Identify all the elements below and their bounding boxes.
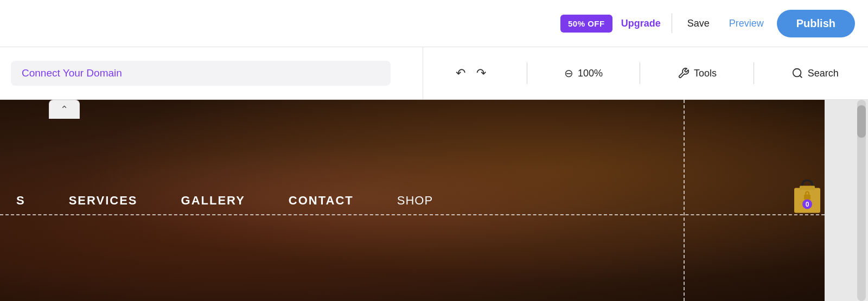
nav-item-gallery[interactable]: GALLERY xyxy=(181,194,245,208)
tools-icon xyxy=(678,67,690,79)
zoom-control[interactable]: ⊖ 100% xyxy=(564,67,603,80)
nav-bar: S SERVICES GALLERY CONTACT Shop xyxy=(0,100,825,301)
tools-label: Tools xyxy=(694,68,717,79)
search-label: Search xyxy=(808,68,839,79)
controls-divider-3 xyxy=(754,62,754,84)
publish-button[interactable]: Publish xyxy=(777,10,855,37)
chevron-up-icon: ⌃ xyxy=(60,104,68,116)
nav-item-s[interactable]: S xyxy=(16,194,25,208)
second-toolbar: Connect Your Domain ↶ ↷ ⊖ 100% Tools Sea… xyxy=(0,47,868,100)
toolbar-divider-1 xyxy=(672,14,672,33)
svg-rect-3 xyxy=(800,185,815,190)
svg-point-0 xyxy=(793,69,801,77)
zoom-icon: ⊖ xyxy=(564,67,573,80)
shopping-bag[interactable]: 0 xyxy=(790,176,825,217)
nav-item-contact[interactable]: CONTACT xyxy=(289,194,354,208)
controls-divider-1 xyxy=(527,62,527,84)
discount-badge[interactable]: 50% OFF xyxy=(560,15,612,33)
redo-button[interactable]: ↷ xyxy=(473,63,489,84)
scrollbar-track xyxy=(857,100,866,301)
search-button[interactable]: Search xyxy=(792,67,839,79)
svg-line-1 xyxy=(800,75,802,78)
nav-item-shop[interactable]: Shop xyxy=(397,194,433,208)
upgrade-button[interactable]: Upgrade xyxy=(619,14,663,34)
canvas-area: ⌃ S SERVICES GALLERY CONTACT Shop 0 xyxy=(0,100,868,301)
dashed-line-horizontal xyxy=(0,214,825,215)
controls-section: ↶ ↷ ⊖ 100% Tools Search xyxy=(423,47,868,99)
dashed-line-vertical xyxy=(684,100,685,301)
undo-redo-group: ↶ ↷ xyxy=(452,63,489,84)
save-button[interactable]: Save xyxy=(681,14,716,34)
tools-button[interactable]: Tools xyxy=(678,67,717,79)
search-icon xyxy=(792,67,803,79)
preview-button[interactable]: Preview xyxy=(723,14,770,34)
domain-section: Connect Your Domain xyxy=(0,47,423,99)
shopping-bag-icon: 0 xyxy=(790,176,825,215)
undo-button[interactable]: ↶ xyxy=(452,63,469,84)
top-panel[interactable]: ⌃ xyxy=(49,100,80,119)
domain-text: Connect Your Domain xyxy=(22,67,122,79)
scrollbar-thumb[interactable] xyxy=(857,105,866,138)
svg-text:0: 0 xyxy=(806,201,809,208)
top-toolbar: 50% OFF Upgrade Save Preview Publish xyxy=(0,0,868,47)
zoom-level: 100% xyxy=(578,68,603,79)
domain-input-wrapper[interactable]: Connect Your Domain xyxy=(11,61,391,86)
controls-divider-2 xyxy=(640,62,640,84)
scrollbar-area xyxy=(825,100,868,301)
nav-item-services[interactable]: SERVICES xyxy=(69,194,138,208)
svg-rect-4 xyxy=(804,194,810,200)
